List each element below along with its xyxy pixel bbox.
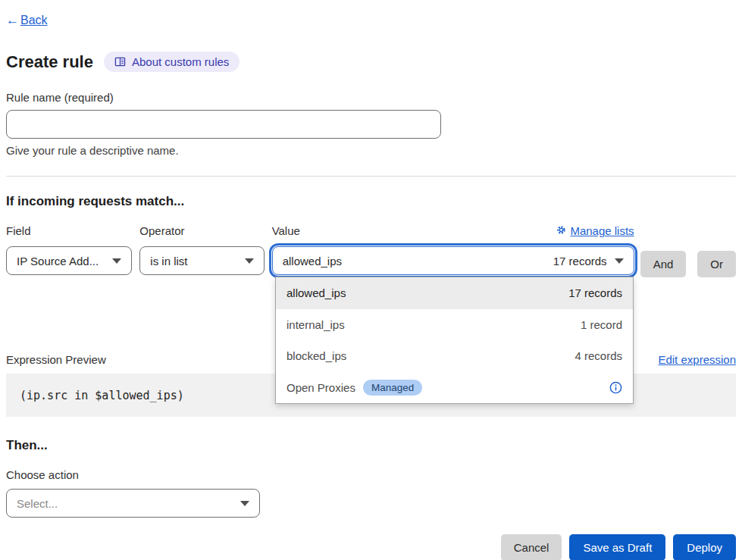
- value-select-right: 17 records: [553, 255, 624, 267]
- cancel-button[interactable]: Cancel: [501, 534, 562, 560]
- back-arrow-icon: ←: [6, 13, 19, 28]
- list-item-meta: 1 record: [581, 318, 622, 331]
- page-title: Create rule: [6, 52, 93, 72]
- list-item-name: Open Proxies: [286, 381, 355, 394]
- list-item-name: allowed_ips: [286, 286, 346, 299]
- about-custom-rules-label: About custom rules: [132, 55, 229, 68]
- chevron-down-icon: [112, 258, 121, 264]
- book-icon: [114, 56, 126, 67]
- value-select-value: allowed_ips: [283, 255, 342, 267]
- action-select-placeholder: Select...: [17, 497, 58, 510]
- and-or-buttons: And Or: [640, 251, 736, 277]
- deploy-button[interactable]: Deploy: [673, 534, 736, 560]
- list-item-name: internal_ips: [286, 318, 345, 331]
- value-label-row: Value Manage lists: [272, 224, 634, 237]
- edit-expression-link[interactable]: Edit expression: [658, 353, 736, 366]
- about-custom-rules-link[interactable]: About custom rules: [104, 52, 240, 72]
- value-column: Value Manage lists allowed_ips 17 record…: [272, 224, 634, 275]
- value-select-meta: 17 records: [553, 255, 607, 267]
- list-item-allowed-ips[interactable]: allowed_ips 17 records: [276, 277, 633, 309]
- section-divider: [6, 176, 736, 177]
- operator-column: Operator is in list: [139, 224, 264, 275]
- chevron-down-icon: [615, 258, 624, 264]
- field-label: Field: [6, 224, 132, 237]
- list-item-name: blocked_ips: [286, 349, 346, 362]
- rule-name-helper-text: Give your rule a descriptive name.: [6, 144, 736, 157]
- operator-select[interactable]: is in list: [139, 246, 264, 275]
- and-button[interactable]: And: [640, 251, 687, 277]
- then-section-heading: Then...: [6, 438, 736, 453]
- footer-buttons: Cancel Save as Draft Deploy: [6, 534, 736, 560]
- gear-icon: [556, 224, 566, 237]
- list-item-left: Open Proxies Managed: [286, 380, 422, 396]
- value-label: Value: [272, 224, 300, 237]
- chevron-down-icon: [245, 258, 254, 264]
- back-link[interactable]: ←Back: [6, 13, 48, 28]
- manage-lists-link[interactable]: Manage lists: [556, 224, 634, 237]
- condition-row: Field IP Source Add... Operator is in li…: [6, 224, 736, 277]
- expression-code: (ip.src in $allowed_ips): [20, 389, 184, 402]
- field-select[interactable]: IP Source Add...: [6, 246, 132, 275]
- list-item-internal-ips[interactable]: internal_ips 1 record: [276, 309, 633, 341]
- chevron-down-icon: [240, 501, 249, 506]
- title-row: Create rule About custom rules: [6, 52, 736, 72]
- choose-action-label: Choose action: [6, 468, 736, 481]
- value-select[interactable]: allowed_ips 17 records: [272, 246, 634, 275]
- info-icon[interactable]: [609, 381, 622, 394]
- create-rule-page: ←Back Create rule About custom rules Rul…: [0, 0, 742, 560]
- manage-lists-label: Manage lists: [570, 224, 634, 237]
- field-column: Field IP Source Add...: [6, 224, 132, 275]
- value-dropdown-menu: allowed_ips 17 records internal_ips 1 re…: [275, 277, 634, 404]
- expression-preview-label: Expression Preview: [6, 353, 106, 366]
- rule-name-input[interactable]: [6, 110, 441, 139]
- list-item-open-proxies[interactable]: Open Proxies Managed: [276, 372, 633, 404]
- managed-badge: Managed: [363, 380, 422, 396]
- operator-select-value: is in list: [150, 255, 187, 267]
- field-select-value: IP Source Add...: [17, 255, 99, 267]
- list-item-blocked-ips[interactable]: blocked_ips 4 records: [276, 340, 633, 372]
- or-button[interactable]: Or: [697, 251, 736, 277]
- list-item-meta: 17 records: [568, 286, 622, 299]
- rule-name-label: Rule name (required): [6, 91, 736, 104]
- match-section-heading: If incoming requests match...: [6, 194, 736, 209]
- operator-label: Operator: [139, 224, 264, 237]
- back-link-label: Back: [20, 14, 48, 27]
- action-select[interactable]: Select...: [6, 489, 260, 518]
- list-item-meta: 4 records: [575, 349, 622, 362]
- save-as-draft-button[interactable]: Save as Draft: [569, 534, 665, 560]
